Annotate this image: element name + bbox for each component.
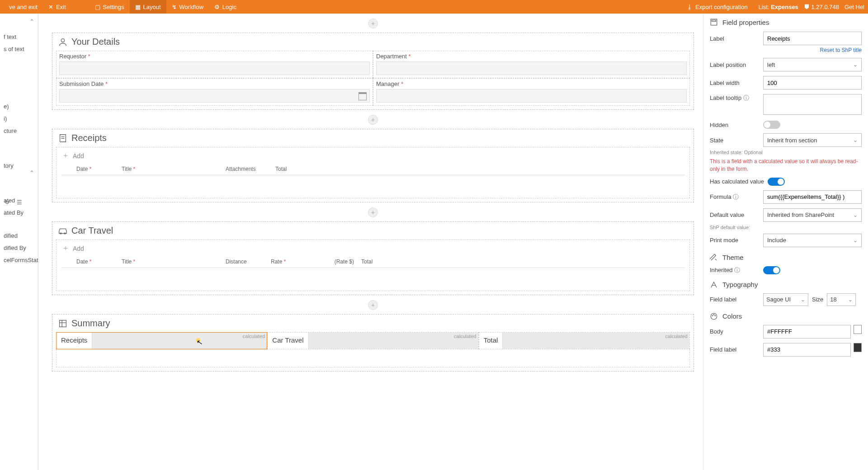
export-configuration-button[interactable]: ⭳ Export configuration <box>681 0 753 14</box>
info-icon[interactable]: ⓘ <box>734 267 740 273</box>
sidebar-item[interactable]: e) <box>2 100 36 113</box>
field-department[interactable]: Department * <box>373 51 690 78</box>
top-toolbar: ve and exit ✕ Exit ▢ Settings ▦ Layout ↯… <box>0 0 868 14</box>
typography-icon <box>710 281 718 289</box>
export-icon: ⭳ <box>687 4 693 10</box>
collapse-icon[interactable]: ⌃ <box>29 18 34 25</box>
layout-tab[interactable]: ▦ Layout <box>130 0 166 14</box>
section-your-details[interactable]: Your Details Requestor * Department * Su… <box>52 33 694 110</box>
workflow-icon: ↯ <box>172 4 177 10</box>
default-value-select[interactable]: Inherited from SharePoint⌄ <box>763 208 862 222</box>
logic-icon: ⚙ <box>214 4 220 10</box>
theme-icon <box>710 254 718 262</box>
refresh-icon[interactable]: ↻ <box>5 199 9 206</box>
field-label-color-input[interactable] <box>763 343 851 357</box>
sidebar-item[interactable]: i) <box>2 113 36 125</box>
plus-icon: ＋ <box>62 151 69 160</box>
exit-button[interactable]: ✕ Exit <box>43 0 71 14</box>
sidebar-item[interactable]: ated By <box>2 207 36 219</box>
formula-input[interactable] <box>763 190 862 204</box>
section-car-travel[interactable]: Car Travel ＋ Add Date * Title * Distance… <box>52 221 694 295</box>
manager-input[interactable] <box>376 89 687 103</box>
sidebar-item[interactable]: celFormsStatus <box>2 254 36 266</box>
summary-receipts-field[interactable]: Receipts calculated <box>56 332 267 349</box>
svg-point-9 <box>715 315 716 316</box>
typography-section-header: Typography <box>710 281 862 289</box>
state-select[interactable]: Inherit from section⌄ <box>763 133 862 147</box>
label-position-select[interactable]: left⌄ <box>763 58 862 71</box>
section-title: Summary <box>71 318 110 329</box>
label-width-input[interactable] <box>763 76 862 89</box>
list-indicator: List: Expenses <box>759 4 798 10</box>
field-manager[interactable]: Manager * <box>373 78 690 106</box>
svg-rect-5 <box>712 20 716 22</box>
submission-date-input[interactable] <box>59 89 370 103</box>
section-receipts[interactable]: Receipts ＋ Add Date * Title * Attachment… <box>52 129 694 202</box>
label-tooltip-input[interactable] <box>763 94 862 115</box>
car-icon <box>58 226 68 236</box>
info-icon[interactable]: ⓘ <box>733 193 739 200</box>
field-label-color-swatch[interactable] <box>854 343 862 352</box>
colors-section-header: Colors <box>710 312 862 320</box>
reset-to-shp-title-link[interactable]: Reset to ShP title <box>710 47 862 53</box>
collapse-icon[interactable]: ⌃ <box>29 169 34 176</box>
svg-rect-3 <box>60 320 66 327</box>
add-receipt-button[interactable]: ＋ Add <box>57 147 689 164</box>
section-title: Your Details <box>71 37 120 47</box>
insert-section-button[interactable]: + <box>368 19 378 28</box>
person-icon <box>58 37 68 47</box>
sidebar-item[interactable]: f text <box>2 31 36 43</box>
svg-point-8 <box>713 314 714 315</box>
properties-header: Field properties <box>710 18 862 26</box>
field-properties-icon <box>710 18 718 26</box>
form-canvas[interactable]: + Your Details Requestor * Department * <box>38 14 703 470</box>
requestor-input[interactable] <box>59 61 370 75</box>
properties-panel: Field properties Label Reset to ShP titl… <box>703 14 868 470</box>
summary-icon <box>58 319 68 329</box>
sidebar-item[interactable]: s of text <box>2 43 36 55</box>
workflow-tab[interactable]: ↯ Workflow <box>166 0 209 14</box>
font-size-select[interactable]: 18⌄ <box>827 293 856 306</box>
has-calculated-value-toggle[interactable] <box>768 178 785 186</box>
settings-tab[interactable]: ▢ Settings <box>90 0 130 14</box>
calculated-readonly-warning: This is a field with a calculated value … <box>710 158 862 173</box>
label-input[interactable] <box>763 32 862 45</box>
summary-car-travel-field[interactable]: Car Travel calculated <box>267 332 478 349</box>
sidebar-item[interactable]: dified By <box>2 242 36 254</box>
insert-section-button[interactable]: + <box>368 300 378 310</box>
save-and-exit-button[interactable]: ve and exit <box>4 0 43 14</box>
svg-point-7 <box>712 315 713 316</box>
palette-icon <box>710 312 718 320</box>
version-label: ⛊ 1.27.0.748 <box>804 4 839 10</box>
font-select[interactable]: Sagoe UI⌄ <box>763 293 808 306</box>
theme-section-header: Theme <box>710 254 862 262</box>
inherited-state-note: Inherited state: Optional <box>710 150 862 155</box>
insert-section-button[interactable]: + <box>368 115 378 125</box>
field-submission-date[interactable]: Submission Date * <box>56 78 373 106</box>
help-button[interactable]: Get Hel <box>844 4 864 10</box>
insert-section-button[interactable]: + <box>368 207 378 217</box>
department-input[interactable] <box>376 61 687 75</box>
summary-total-field[interactable]: Total calculated <box>479 332 690 349</box>
svg-point-0 <box>61 38 64 42</box>
body-color-swatch[interactable] <box>854 325 862 334</box>
shield-icon: ⛊ <box>804 4 810 10</box>
shp-default-note: ShP default value: <box>710 225 862 230</box>
left-sidebar: ⌃ f text s of text e) i) cture ⌃ tory ↻ … <box>0 14 38 470</box>
field-requestor[interactable]: Requestor * <box>56 51 373 78</box>
logic-tab[interactable]: ⚙ Logic <box>209 0 242 14</box>
section-summary[interactable]: Summary Receipts calculated Car Travel c… <box>52 314 694 371</box>
body-color-input[interactable] <box>763 325 851 338</box>
add-car-travel-button[interactable]: ＋ Add <box>57 240 689 257</box>
sidebar-item[interactable]: cture <box>2 125 36 137</box>
car-travel-headers: Date * Title * Distance Rate * (Rate $) … <box>61 257 685 268</box>
sidebar-item[interactable]: dified <box>2 230 36 242</box>
hidden-toggle[interactable] <box>763 121 780 129</box>
list-icon[interactable]: ☰ <box>17 199 22 206</box>
theme-inherited-toggle[interactable] <box>763 266 780 274</box>
info-icon[interactable]: ⓘ <box>743 94 749 101</box>
close-icon: ✕ <box>48 4 53 10</box>
print-mode-select[interactable]: Include⌄ <box>763 234 862 247</box>
plus-icon: ＋ <box>62 244 69 253</box>
cursor-highlight <box>196 338 200 343</box>
